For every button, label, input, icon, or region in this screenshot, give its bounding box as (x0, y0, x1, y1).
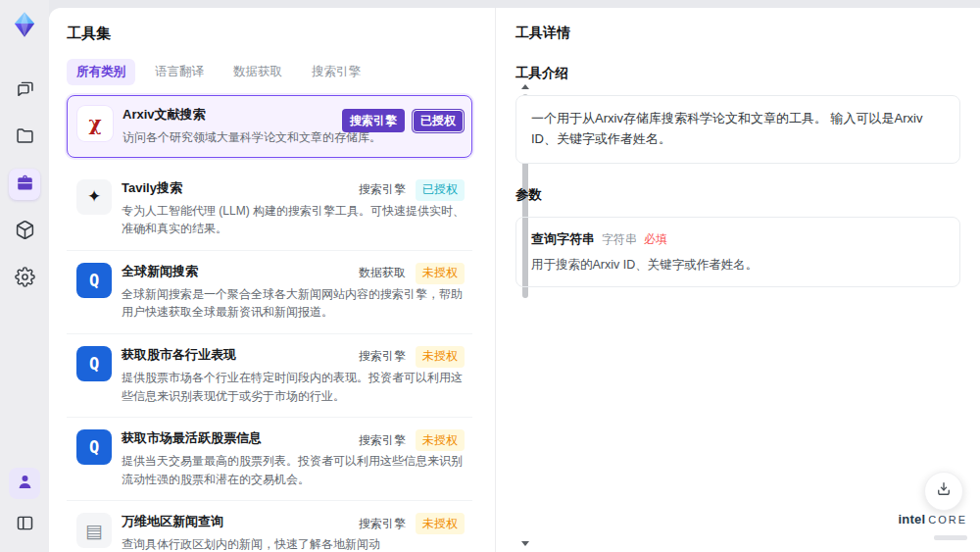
user-icon (15, 472, 35, 496)
tool-badges: 搜索引擎 已授权 (357, 179, 465, 201)
category-tab[interactable]: 所有类别 (67, 59, 135, 85)
category-tab[interactable]: 数据获取 (223, 59, 292, 85)
content-panel: 工具集 所有类别语言翻译数据获取搜索引擎 χ Arxiv文献搜索 访问各个研究领… (49, 8, 980, 552)
sidebar-item-chat[interactable] (9, 75, 40, 106)
sidebar-item-packages[interactable] (9, 216, 40, 247)
tool-description: 查询具体行政区划内的新闻，快速了解各地新闻动 (122, 535, 465, 552)
sidebar-item-settings[interactable] (9, 263, 40, 294)
tool-category-badge: 数据获取 (357, 263, 408, 283)
tool-description: 提供股票市场各个行业在特定时间段内的表现。投资者可以利用这些信息来识别表现优于或… (122, 369, 465, 405)
param-description: 用于搜索的Arxiv ID、关键字或作者姓名。 (531, 257, 945, 274)
tool-card[interactable]: ✦ Tavily搜索 专为人工智能代理 (LLM) 构建的搜索引擎工具。可快速提… (67, 168, 472, 251)
tool-category-badge: 搜索引擎 (342, 109, 405, 132)
tool-icon: Q (76, 263, 112, 298)
tool-category-badge: 搜索引擎 (357, 179, 408, 200)
category-tabs: 所有类别语言翻译数据获取搜索引擎 (67, 59, 500, 85)
tool-badges: 搜索引擎 未授权 (357, 429, 465, 451)
download-button[interactable] (924, 472, 963, 511)
briefcase-icon (15, 173, 35, 197)
tool-icon: ✦ (76, 179, 112, 215)
tool-card[interactable]: Q 全球新闻搜索 全球新闻搜索是一个聚合全球各大新闻网站内容的搜索引擎，帮助用户… (67, 251, 472, 334)
tool-card[interactable]: Q 获取市场最活跃股票信息 提供当天交易量最高的股票列表。投资者可以利用这些信息… (67, 418, 472, 501)
detail-title: 工具详情 (515, 25, 960, 42)
sidebar-item-files[interactable] (9, 122, 40, 153)
intel-core-logo: intelCORE (898, 510, 967, 544)
tool-badges: 搜索引擎 未授权 (357, 513, 465, 534)
cube-icon (15, 220, 35, 244)
param-name: 查询字符串 (531, 230, 595, 248)
tool-icon: Q (76, 429, 112, 465)
tool-category-badge: 搜索引擎 (357, 430, 408, 451)
panel-icon (15, 513, 35, 537)
app-sidebar (0, 0, 49, 552)
chat-icon (15, 78, 35, 103)
brand-subtext (934, 535, 967, 540)
category-tab[interactable]: 搜索引擎 (302, 59, 370, 85)
tool-icon: χ (77, 106, 113, 141)
brand-secondary: CORE (928, 514, 967, 526)
sidebar-bottom (9, 468, 40, 540)
gear-icon (15, 267, 35, 291)
params-heading: 参数 (515, 186, 960, 204)
sidebar-item-profile[interactable] (9, 468, 40, 499)
tool-icon: ▤ (76, 513, 112, 548)
tool-description: 全球新闻搜索是一个聚合全球各大新闻网站内容的搜索引擎，帮助用户快速获取全球最新资… (122, 285, 465, 322)
tool-auth-badge: 未授权 (416, 429, 465, 451)
tool-auth-badge: 未授权 (416, 346, 465, 368)
tool-card[interactable]: Q 获取股市各行业表现 提供股票市场各个行业在特定时间段内的表现。投资者可以利用… (67, 334, 472, 418)
tool-list: χ Arxiv文献搜索 访问各个研究领域大量科学论文和文章的存储库。 搜索引擎 … (67, 95, 472, 552)
tool-auth-badge: 未授权 (416, 513, 465, 534)
sidebar-nav (9, 75, 40, 294)
sidebar-item-tools[interactable] (9, 169, 40, 200)
brand-primary: intel (898, 512, 925, 527)
tool-badges: 数据获取 未授权 (357, 263, 465, 284)
intro-heading: 工具介绍 (515, 65, 960, 82)
param-type: 字符串 (602, 231, 637, 248)
tool-auth-badge: 已授权 (413, 110, 464, 132)
tool-category-badge: 搜索引擎 (357, 514, 408, 534)
sidebar-item-panel-toggle[interactable] (9, 509, 40, 540)
page-title: 工具集 (67, 8, 500, 43)
tool-icon: Q (76, 346, 112, 381)
tool-description: 专为人工智能代理 (LLM) 构建的搜索引擎工具。可快速提供实时、准确和真实的结… (122, 202, 465, 238)
tool-collection-section: 工具集 所有类别语言翻译数据获取搜索引擎 χ Arxiv文献搜索 访问各个研究领… (67, 8, 500, 552)
tool-badges: 搜索引擎 已授权 (342, 109, 464, 132)
tool-detail-section: 工具详情 工具介绍 一个用于从Arxiv存储库搜索科学论文和文章的工具。 输入可… (495, 8, 980, 552)
tool-badges: 搜索引擎 未授权 (357, 346, 465, 368)
intro-text: 一个用于从Arxiv存储库搜索科学论文和文章的工具。 输入可以是Arxiv ID… (531, 111, 922, 146)
app-logo-icon (8, 8, 41, 41)
category-tab[interactable]: 语言翻译 (145, 59, 214, 85)
folder-icon (15, 125, 35, 150)
param-card: 查询字符串 字符串 必填 用于搜索的Arxiv ID、关键字或作者姓名。 (515, 217, 960, 287)
param-required-badge: 必填 (644, 231, 667, 248)
tool-category-badge: 搜索引擎 (357, 346, 408, 367)
intro-text-box: 一个用于从Arxiv存储库搜索科学论文和文章的工具。 输入可以是Arxiv ID… (515, 95, 960, 164)
tool-description: 提供当天交易量最高的股票列表。投资者可以利用这些信息来识别流动性强的股票和潜在的… (122, 452, 465, 488)
tool-auth-badge: 未授权 (416, 263, 465, 284)
tool-card[interactable]: ▤ 万维地区新闻查询 查询具体行政区划内的新闻，快速了解各地新闻动 搜索引擎 未… (67, 501, 472, 552)
download-icon (935, 480, 953, 502)
tool-card[interactable]: χ Arxiv文献搜索 访问各个研究领域大量科学论文和文章的存储库。 搜索引擎 … (67, 95, 472, 158)
tool-auth-badge: 已授权 (416, 179, 465, 201)
